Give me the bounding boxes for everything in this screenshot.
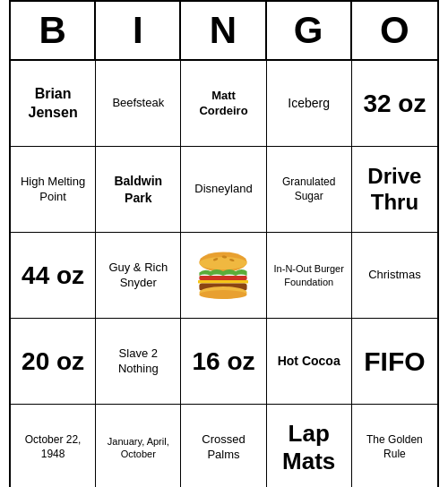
cell-r1c1: Brian Jensen — [11, 61, 96, 147]
bingo-grid: Brian Jensen Beefsteak Matt Cordeiro Ice… — [11, 61, 437, 487]
bingo-header: B I N G O — [11, 2, 437, 61]
cell-r5c1: October 22, 1948 — [11, 405, 96, 487]
cell-r1c3: Matt Cordeiro — [181, 61, 266, 147]
cell-r2c3: Disneyland — [181, 147, 266, 233]
cell-r3c4: In-N-Out Burger Foundation — [267, 233, 352, 319]
header-n: N — [181, 2, 266, 59]
burger-icon — [192, 244, 254, 307]
cell-r5c4: Lap Mats — [267, 405, 352, 487]
svg-point-1 — [200, 257, 247, 269]
cell-r2c2: Baldwin Park — [96, 147, 181, 233]
cell-r3c3-burger — [181, 233, 266, 319]
header-g: G — [267, 2, 352, 59]
cell-r3c1: 44 oz — [11, 233, 96, 319]
svg-rect-6 — [198, 279, 248, 283]
cell-r2c5: Drive Thru — [352, 147, 437, 233]
cell-r5c5: The Golden Rule — [352, 405, 437, 487]
header-o: O — [352, 2, 437, 59]
svg-rect-5 — [200, 276, 247, 280]
cell-r3c5: Christmas — [352, 233, 437, 319]
svg-point-9 — [200, 290, 247, 299]
cell-r4c4: Hot Cocoa — [267, 319, 352, 405]
header-i: I — [96, 2, 181, 59]
cell-r1c4: Iceberg — [267, 61, 352, 147]
header-b: B — [11, 2, 96, 59]
cell-r1c5: 32 oz — [352, 61, 437, 147]
cell-r5c2: January, April, October — [96, 405, 181, 487]
cell-r3c2: Guy & Rich Snyder — [96, 233, 181, 319]
cell-r1c2: Beefsteak — [96, 61, 181, 147]
cell-r2c4: Granulated Sugar — [267, 147, 352, 233]
cell-r4c2: Slave 2 Nothing — [96, 319, 181, 405]
cell-r4c3: 16 oz — [181, 319, 266, 405]
cell-r5c3: Crossed Palms — [181, 405, 266, 487]
cell-r2c1: High Melting Point — [11, 147, 96, 233]
cell-r4c1: 20 oz — [11, 319, 96, 405]
cell-r4c5: FIFO — [352, 319, 437, 405]
bingo-card: B I N G O Brian Jensen Beefsteak Matt Co… — [9, 0, 439, 487]
